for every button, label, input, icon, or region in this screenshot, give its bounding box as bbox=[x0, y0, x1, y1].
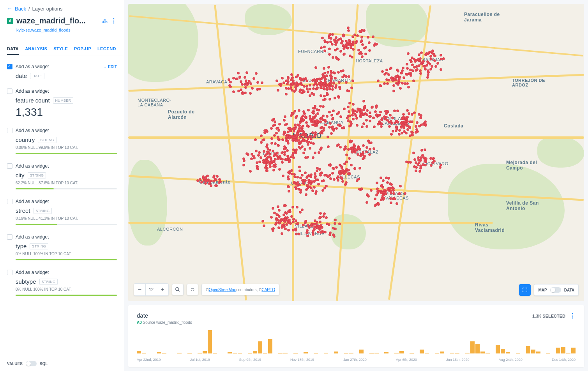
map-data-point[interactable] bbox=[385, 78, 388, 81]
histogram-bar[interactable] bbox=[162, 353, 166, 353]
map-data-point[interactable] bbox=[374, 204, 376, 207]
map-data-point[interactable] bbox=[359, 115, 362, 118]
map-data-point[interactable] bbox=[310, 173, 313, 176]
map-data-point[interactable] bbox=[389, 67, 392, 70]
map-data-point[interactable] bbox=[327, 145, 330, 148]
map-data-point[interactable] bbox=[245, 71, 248, 74]
map-data-point[interactable] bbox=[339, 87, 341, 90]
map-data-point[interactable] bbox=[309, 180, 312, 183]
map-data-point[interactable] bbox=[424, 65, 426, 68]
map-data-point[interactable] bbox=[272, 207, 274, 210]
map-data-point[interactable] bbox=[383, 82, 386, 85]
map-data-point[interactable] bbox=[332, 167, 334, 170]
map-data-point[interactable] bbox=[379, 111, 382, 113]
map-data-point[interactable] bbox=[312, 121, 315, 124]
map-data-point[interactable] bbox=[314, 82, 316, 85]
map-data-point[interactable] bbox=[429, 55, 432, 58]
map-data-point[interactable] bbox=[277, 89, 279, 92]
histogram-bar[interactable] bbox=[546, 353, 550, 353]
map-data-point[interactable] bbox=[366, 146, 368, 149]
widget-checkbox[interactable] bbox=[7, 64, 12, 69]
map-data-point[interactable] bbox=[356, 148, 358, 151]
osm-link[interactable]: OpenStreetMap bbox=[209, 288, 237, 292]
map-data-point[interactable] bbox=[389, 189, 392, 192]
histogram-bar[interactable] bbox=[501, 349, 505, 354]
map-data-point[interactable] bbox=[245, 83, 248, 86]
map-data-point[interactable] bbox=[319, 174, 322, 177]
map-data-point[interactable] bbox=[310, 138, 313, 140]
map-data-point[interactable] bbox=[293, 173, 296, 176]
map-data-point[interactable] bbox=[424, 148, 426, 151]
map-data-point[interactable] bbox=[413, 166, 416, 168]
map-data-point[interactable] bbox=[311, 189, 314, 192]
map-data-point[interactable] bbox=[274, 163, 277, 166]
map-data-point[interactable] bbox=[348, 110, 350, 113]
map-data-point[interactable] bbox=[336, 113, 339, 115]
histogram-bar[interactable] bbox=[334, 352, 338, 353]
map-data-point[interactable] bbox=[327, 71, 329, 74]
map-data-point[interactable] bbox=[326, 93, 329, 96]
search-button[interactable] bbox=[172, 284, 184, 295]
map-data-point[interactable] bbox=[356, 110, 358, 113]
map-data-point[interactable] bbox=[330, 114, 333, 117]
map-data-point[interactable] bbox=[330, 75, 333, 78]
map-data-point[interactable] bbox=[241, 92, 244, 95]
map-data-point[interactable] bbox=[402, 67, 404, 69]
map-data-point[interactable] bbox=[319, 216, 321, 219]
map-data-point[interactable] bbox=[275, 80, 278, 82]
map-data-point[interactable] bbox=[256, 81, 259, 84]
map-data-point[interactable] bbox=[404, 117, 407, 119]
map-data-point[interactable] bbox=[359, 154, 362, 157]
map-data-point[interactable] bbox=[350, 87, 353, 89]
map-data-point[interactable] bbox=[307, 141, 310, 143]
map-data-point[interactable] bbox=[374, 198, 376, 200]
map-data-point[interactable] bbox=[298, 170, 301, 172]
map-data-point[interactable] bbox=[314, 172, 316, 175]
map-data-point[interactable] bbox=[420, 149, 423, 152]
map-data-point[interactable] bbox=[392, 90, 395, 92]
map-data-point[interactable] bbox=[419, 57, 422, 60]
map-data-point[interactable] bbox=[398, 133, 401, 136]
map-data-point[interactable] bbox=[316, 167, 319, 170]
map-data-point[interactable] bbox=[293, 110, 296, 113]
map-data-point[interactable] bbox=[253, 157, 256, 159]
map-data-point[interactable] bbox=[328, 174, 331, 177]
histogram-bar[interactable] bbox=[293, 353, 298, 353]
map-data-point[interactable] bbox=[299, 191, 302, 194]
histogram-bar[interactable] bbox=[486, 353, 490, 353]
map-data-point[interactable] bbox=[361, 43, 364, 46]
map-data-point[interactable] bbox=[286, 149, 289, 152]
map-data-point[interactable] bbox=[319, 221, 321, 223]
map-data-point[interactable] bbox=[309, 84, 311, 87]
map-data-point[interactable] bbox=[334, 97, 336, 99]
map-data-point[interactable] bbox=[345, 161, 348, 163]
map-data-point[interactable] bbox=[281, 152, 283, 154]
histogram-bar[interactable] bbox=[228, 352, 232, 353]
histogram-bar[interactable] bbox=[213, 353, 217, 353]
map-data-point[interactable] bbox=[372, 35, 374, 38]
map-data-point[interactable] bbox=[312, 156, 314, 159]
map-data-point[interactable] bbox=[261, 81, 263, 84]
map-data-point[interactable] bbox=[315, 178, 318, 181]
map-data-point[interactable] bbox=[310, 187, 313, 189]
map-data-point[interactable] bbox=[419, 69, 422, 72]
histogram-bar[interactable] bbox=[506, 352, 510, 353]
map-data-point[interactable] bbox=[343, 126, 345, 129]
map-data-point[interactable] bbox=[357, 178, 360, 180]
map-data-point[interactable] bbox=[380, 85, 382, 87]
map-data-point[interactable] bbox=[242, 164, 245, 166]
map-data-point[interactable] bbox=[415, 125, 417, 128]
histogram-bar[interactable] bbox=[450, 353, 454, 353]
histogram-bar[interactable] bbox=[177, 353, 182, 353]
map-data-point[interactable] bbox=[374, 110, 377, 113]
map-data-point[interactable] bbox=[411, 69, 414, 72]
map-data-point[interactable] bbox=[318, 82, 320, 85]
map-data-point[interactable] bbox=[304, 156, 307, 159]
map-data-point[interactable] bbox=[314, 152, 316, 154]
map-data-point[interactable] bbox=[352, 118, 355, 120]
map-data-point[interactable] bbox=[361, 55, 364, 58]
map-data-point[interactable] bbox=[302, 224, 305, 226]
center-button[interactable] bbox=[519, 284, 531, 296]
map-data-point[interactable] bbox=[367, 36, 369, 39]
map-data-point[interactable] bbox=[336, 144, 339, 147]
